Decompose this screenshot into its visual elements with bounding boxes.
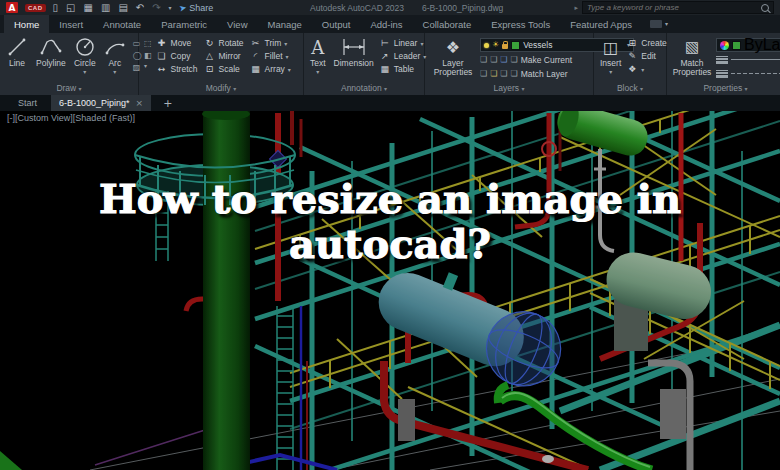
new-file-icon[interactable]: ▯	[53, 3, 59, 13]
panel-annotation: A Text ▾ Dimension ⊢ Linear ▾ ↗	[304, 33, 425, 95]
chevron-down-icon[interactable]: ▾	[641, 67, 644, 73]
dimension-tool[interactable]: Dimension	[331, 36, 377, 68]
share-button[interactable]: ➤ Share	[179, 3, 214, 13]
panel-title-draw[interactable]: Draw ▾	[0, 82, 138, 95]
chevron-down-icon[interactable]: ▾	[286, 54, 289, 60]
fillet-tool[interactable]: ◜ Fillet ▾	[250, 51, 291, 62]
layer-tool-icon[interactable]: ❏	[511, 69, 518, 78]
layer-properties-button[interactable]: ❖ Layer Properties	[428, 36, 478, 78]
view-control[interactable]: [Custom View]	[15, 113, 73, 123]
insert-block-button[interactable]: ◫ Insert ▾	[597, 36, 624, 75]
copy-icon: ❏	[156, 51, 168, 62]
text-tool[interactable]: A Text ▾	[307, 36, 329, 75]
tab-express-tools[interactable]: Express Tools	[481, 15, 560, 33]
open-file-icon[interactable]: ◱	[66, 3, 75, 13]
trim-icon: ✂	[250, 38, 262, 49]
chevron-down-icon[interactable]: ▾	[113, 69, 116, 75]
tab-view[interactable]: View	[217, 15, 257, 33]
stretch-tool[interactable]: ↔ Stretch	[156, 64, 198, 75]
create-block-tool[interactable]: ⊞ Create	[626, 38, 667, 49]
tab-annotate[interactable]: Annotate	[93, 15, 151, 33]
mirror-tool[interactable]: △ Mirror	[204, 51, 244, 62]
panel-layers: ❖ Layer Properties ☀ Vessels ▾ ❏ ❏ ❏ ❏	[425, 33, 594, 95]
tab-output[interactable]: Output	[312, 15, 361, 33]
layer-tool-icon[interactable]: ❏	[511, 55, 518, 64]
chevron-down-icon[interactable]: ▾	[316, 69, 319, 75]
panel-title-block[interactable]: Block ▾	[594, 82, 666, 95]
drawing-viewport[interactable]: [-] [Custom View] [Shaded (Fast)]	[0, 111, 780, 470]
scale-tool[interactable]: ⊡ Scale	[204, 64, 244, 75]
block-attributes-tool[interactable]: ❖ ▾	[626, 64, 667, 75]
undo-icon[interactable]: ↶	[136, 3, 144, 13]
object-color-dropdown[interactable]: ByLayer ▾	[716, 38, 780, 52]
panel-title-modify[interactable]: Modify ▾	[139, 82, 303, 95]
new-drawing-tab-button[interactable]: +	[157, 95, 178, 111]
copy-tool[interactable]: ❏ Copy	[156, 51, 198, 62]
panel-title-properties[interactable]: Properties ▾	[667, 82, 780, 95]
tab-manage[interactable]: Manage	[258, 15, 312, 33]
tab-home[interactable]: Home	[4, 15, 49, 33]
table-tool[interactable]: ▦ Table	[379, 64, 426, 75]
leader-tool[interactable]: ↗ Leader ▾	[379, 51, 426, 62]
doc-tab-start[interactable]: Start	[10, 95, 45, 111]
search-expand-icon[interactable]: ▸	[574, 4, 578, 12]
tab-insert[interactable]: Insert	[49, 15, 93, 33]
autocad-logo-icon[interactable]: A	[6, 2, 18, 13]
tab-parametric[interactable]: Parametric	[151, 15, 217, 33]
scale-icon: ⊡	[204, 64, 216, 75]
modify-extra-icon[interactable]: ◧	[144, 51, 152, 60]
array-icon: ▦	[250, 64, 262, 75]
overlay-title-line1: How to resize an image in	[0, 177, 780, 222]
panel-title-layers[interactable]: Layers ▾	[425, 82, 593, 95]
lineweight-dropdown[interactable]: ByLayer	[716, 53, 780, 66]
layer-tool-icon[interactable]: ❏	[490, 55, 497, 64]
chevron-down-icon[interactable]: ▾	[288, 67, 291, 73]
save-icon[interactable]: ▦	[83, 3, 92, 13]
layer-tool-icon[interactable]: ❏	[500, 55, 507, 64]
arc-tool[interactable]: Arc ▾	[101, 36, 129, 75]
match-properties-icon: ▧	[685, 36, 699, 58]
chevron-down-icon[interactable]: ▾	[420, 41, 423, 47]
layer-on-icon	[484, 43, 489, 48]
doc-tab-active[interactable]: 6-B-1000_Piping* ×	[51, 95, 151, 111]
viewport-menu-control[interactable]: [-]	[7, 113, 15, 123]
linetype-dropdown[interactable]: ByLayer	[716, 67, 780, 80]
layer-tool-icon[interactable]: ❏	[490, 69, 497, 78]
redo-icon[interactable]: ↷	[152, 3, 160, 13]
qat-dropdown-icon[interactable]: ▾	[169, 5, 172, 11]
search-input[interactable]	[587, 3, 761, 12]
array-tool[interactable]: ▦ Array ▾	[250, 64, 291, 75]
close-icon[interactable]: ×	[136, 98, 144, 108]
save-as-icon[interactable]: ▥	[101, 3, 110, 13]
search-icon[interactable]	[761, 4, 769, 12]
make-current-button[interactable]: Make Current	[521, 55, 573, 65]
line-icon	[6, 36, 28, 58]
modify-extra-icon[interactable]: ⬚	[144, 39, 152, 48]
match-layer-button[interactable]: Match Layer	[521, 69, 568, 79]
panel-title-annotation[interactable]: Annotation ▾	[304, 82, 424, 95]
circle-tool[interactable]: Circle ▾	[71, 36, 99, 75]
tab-featured-apps[interactable]: Featured Apps	[560, 15, 642, 33]
chevron-down-icon[interactable]: ▾	[144, 63, 152, 69]
edit-block-tool[interactable]: ✎ Edit	[626, 51, 667, 62]
match-properties-button[interactable]: ▧ Match Properties	[670, 36, 714, 78]
trim-tool[interactable]: ✂ Trim ▾	[250, 38, 291, 49]
layer-tool-icon[interactable]: ❏	[500, 69, 507, 78]
line-tool[interactable]: Line	[3, 36, 31, 68]
visual-style-control[interactable]: [Shaded (Fast)]	[73, 113, 135, 123]
move-tool[interactable]: ✚ Move	[156, 38, 198, 49]
layer-tool-icon[interactable]: ❏	[480, 69, 487, 78]
ribbon-options-button[interactable]: ▾	[642, 15, 676, 33]
tab-collaborate[interactable]: Collaborate	[413, 15, 482, 33]
chevron-down-icon[interactable]: ▾	[83, 69, 86, 75]
share-label: Share	[189, 3, 213, 13]
rotate-tool[interactable]: ↻ Rotate	[204, 38, 244, 49]
polyline-tool[interactable]: Polyline	[33, 36, 69, 68]
chevron-down-icon[interactable]: ▾	[284, 41, 287, 47]
chevron-down-icon[interactable]: ▾	[609, 69, 612, 75]
lineweight-preview	[731, 59, 780, 60]
linear-dimension-tool[interactable]: ⊢ Linear ▾	[379, 38, 426, 49]
plot-icon[interactable]: ▤	[118, 3, 127, 13]
tab-add-ins[interactable]: Add-ins	[360, 15, 412, 33]
layer-tool-icon[interactable]: ❏	[480, 55, 487, 64]
